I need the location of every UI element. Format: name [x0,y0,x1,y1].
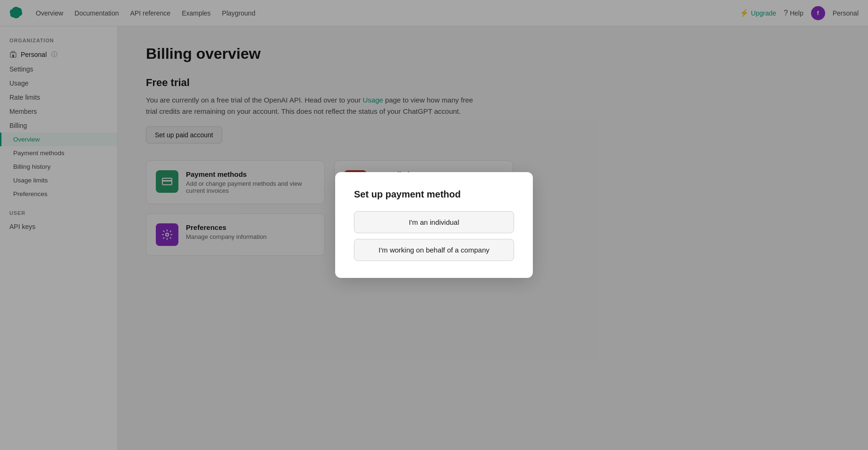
payment-method-modal: Set up payment method I'm an individual … [335,172,533,278]
modal-title: Set up payment method [354,189,514,200]
individual-button[interactable]: I'm an individual [354,211,514,233]
modal-overlay[interactable]: Set up payment method I'm an individual … [0,0,868,450]
company-button[interactable]: I'm working on behalf of a company [354,239,514,261]
